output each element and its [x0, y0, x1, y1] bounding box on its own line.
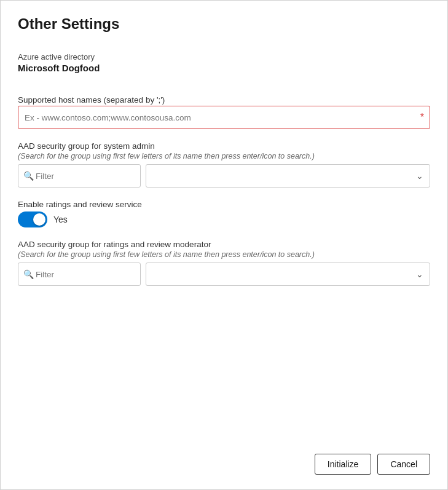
ratings-label: Enable ratings and review service: [18, 200, 430, 209]
ratings-field-group: Enable ratings and review service Yes: [18, 200, 430, 227]
aad-admin-dropdown-wrapper: ⌄: [146, 164, 430, 188]
aad-moderator-filter-group: 🔍 ⌄: [18, 263, 430, 286]
toggle-row: Yes: [18, 211, 430, 227]
azure-value: Microsoft Dogfood: [18, 63, 430, 73]
aad-admin-field-group: AAD security group for system admin (Sea…: [18, 141, 430, 188]
aad-moderator-label: AAD security group for ratings and revie…: [18, 240, 430, 249]
aad-moderator-filter-input[interactable]: [18, 263, 141, 286]
chevron-down-icon: ⌄: [416, 171, 423, 181]
toggle-knob: [33, 213, 45, 226]
azure-label: Azure active directory: [18, 52, 430, 61]
aad-moderator-dropdown[interactable]: ⌄: [146, 263, 430, 286]
aad-admin-hint: (Search for the group using first few le…: [18, 152, 430, 160]
aad-moderator-dropdown-wrapper: ⌄: [146, 263, 430, 286]
hostnames-field-group: Supported host names (separated by ';') …: [18, 95, 430, 129]
footer: Initialize Cancel: [18, 439, 430, 475]
azure-section: Azure active directory Microsoft Dogfood: [18, 52, 430, 83]
dialog-container: Other Settings Azure active directory Mi…: [0, 0, 448, 490]
hostnames-input-wrapper: *: [18, 106, 430, 129]
aad-moderator-hint: (Search for the group using first few le…: [18, 250, 430, 259]
hostnames-input[interactable]: [18, 106, 430, 129]
toggle-value-label: Yes: [53, 215, 68, 224]
aad-admin-filter-group: 🔍 ⌄: [18, 164, 430, 188]
cancel-button[interactable]: Cancel: [377, 454, 430, 475]
aad-admin-label: AAD security group for system admin: [18, 141, 430, 151]
aad-moderator-filter-wrapper: 🔍: [18, 263, 141, 286]
chevron-down-icon-2: ⌄: [416, 269, 423, 279]
hostnames-label: Supported host names (separated by ';'): [18, 95, 430, 105]
aad-moderator-field-group: AAD security group for ratings and revie…: [18, 240, 430, 286]
aad-admin-filter-input[interactable]: [18, 164, 141, 188]
page-title: Other Settings: [18, 15, 430, 33]
ratings-toggle[interactable]: [18, 211, 47, 227]
initialize-button[interactable]: Initialize: [315, 454, 372, 475]
aad-admin-dropdown[interactable]: ⌄: [146, 164, 430, 188]
aad-admin-filter-wrapper: 🔍: [18, 164, 141, 188]
